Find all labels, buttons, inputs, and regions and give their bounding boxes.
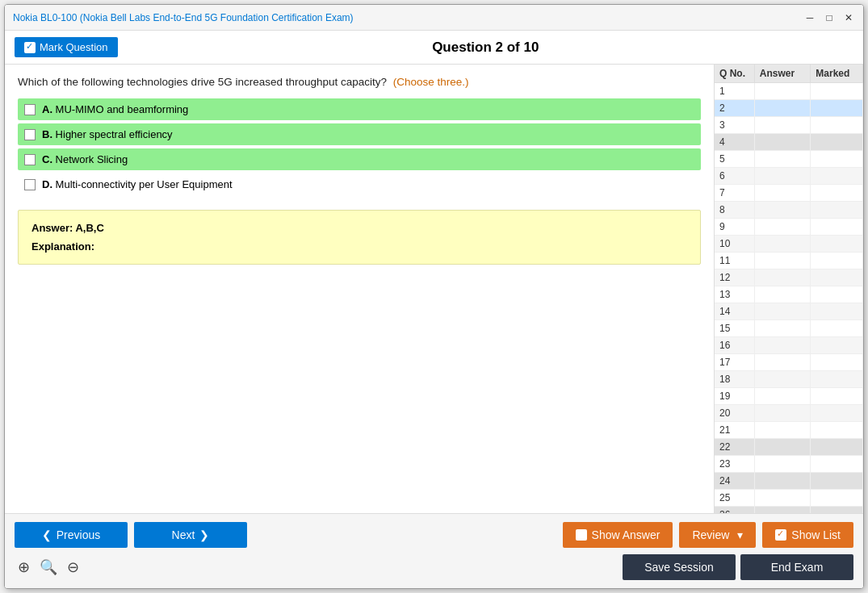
- review-button[interactable]: Review ▾: [679, 522, 756, 548]
- close-button[interactable]: ✕: [842, 11, 855, 24]
- sidebar-cell-answer: [755, 117, 811, 133]
- zoom-normal-button[interactable]: 🔍: [36, 557, 61, 578]
- sidebar-cell-marked: [811, 100, 863, 116]
- show-answer-button[interactable]: Show Answer: [563, 522, 673, 548]
- table-row[interactable]: 6: [715, 168, 863, 185]
- sidebar-cell-qno: 14: [715, 303, 755, 319]
- table-row[interactable]: 18: [715, 371, 863, 388]
- zoom-out-button[interactable]: ⊖: [64, 557, 82, 578]
- sidebar-cell-marked: [811, 83, 863, 99]
- table-row[interactable]: 17: [715, 354, 863, 371]
- sidebar-cell-qno: 22: [715, 439, 755, 455]
- table-row[interactable]: 15: [715, 320, 863, 337]
- sidebar-cell-qno: 24: [715, 473, 755, 489]
- sidebar-cell-marked: [811, 219, 863, 235]
- question-text: Which of the following technologies driv…: [18, 74, 701, 90]
- col-answer-header: Answer: [755, 65, 811, 82]
- table-row[interactable]: 10: [715, 236, 863, 253]
- sidebar-cell-answer: [755, 337, 811, 353]
- show-answer-icon: [576, 529, 587, 541]
- explanation-text: Explanation:: [31, 240, 687, 253]
- option-b-text: B. Higher spectral efficiency: [42, 128, 173, 140]
- table-row[interactable]: 7: [715, 185, 863, 202]
- table-row[interactable]: 20: [715, 405, 863, 422]
- minimize-button[interactable]: ─: [803, 11, 816, 24]
- sidebar-cell-answer: [755, 168, 811, 184]
- option-d-checkbox[interactable]: [24, 179, 36, 190]
- table-row[interactable]: 1: [715, 83, 863, 100]
- sidebar-cell-qno: 2: [715, 100, 755, 116]
- question-title: Question 2 of 10: [118, 40, 853, 56]
- table-row[interactable]: 9: [715, 219, 863, 236]
- table-row[interactable]: 4: [715, 134, 863, 151]
- option-a[interactable]: A. MU-MIMO and beamforming: [18, 98, 701, 120]
- table-row[interactable]: 12: [715, 269, 863, 286]
- table-row[interactable]: 22: [715, 439, 863, 456]
- sidebar-cell-answer: [755, 490, 811, 506]
- sidebar-header: Q No. Answer Marked: [715, 65, 863, 83]
- sidebar-cell-qno: 16: [715, 337, 755, 353]
- sidebar-cell-marked: [811, 507, 863, 513]
- table-row[interactable]: 11: [715, 253, 863, 269]
- sidebar-cell-qno: 23: [715, 456, 755, 472]
- option-d[interactable]: D. Multi-connectivity per User Equipment: [18, 173, 701, 195]
- table-row[interactable]: 8: [715, 202, 863, 219]
- sidebar-cell-answer: [755, 388, 811, 404]
- mark-question-button[interactable]: Mark Question: [15, 37, 118, 57]
- options-list: A. MU-MIMO and beamforming B. Higher spe…: [18, 98, 701, 195]
- end-exam-button[interactable]: End Exam: [740, 554, 853, 580]
- table-row[interactable]: 23: [715, 456, 863, 473]
- sidebar-cell-marked: [811, 117, 863, 133]
- option-c[interactable]: C. Network Slicing: [18, 148, 701, 170]
- table-row[interactable]: 24: [715, 473, 863, 490]
- table-row[interactable]: 21: [715, 422, 863, 439]
- option-c-checkbox[interactable]: [24, 154, 36, 165]
- sidebar-cell-answer: [755, 202, 811, 218]
- answer-text: Answer: A,B,C: [31, 222, 687, 234]
- option-b[interactable]: B. Higher spectral efficiency: [18, 123, 701, 145]
- sidebar-cell-answer: [755, 320, 811, 336]
- sidebar-cell-marked: [811, 202, 863, 218]
- toolbar: Mark Question Question 2 of 10: [5, 31, 863, 65]
- sidebar-cell-marked: [811, 185, 863, 201]
- sidebar-cell-answer: [755, 253, 811, 269]
- sidebar-cell-qno: 1: [715, 83, 755, 99]
- sidebar-cell-marked: [811, 303, 863, 319]
- table-row[interactable]: 14: [715, 303, 863, 320]
- option-b-checkbox[interactable]: [24, 129, 36, 140]
- sidebar-cell-marked: [811, 354, 863, 370]
- save-session-label: Save Session: [644, 561, 714, 574]
- sidebar-cell-qno: 6: [715, 168, 755, 184]
- table-row[interactable]: 3: [715, 117, 863, 134]
- previous-label: Previous: [57, 528, 100, 541]
- option-a-checkbox[interactable]: [24, 104, 36, 115]
- maximize-button[interactable]: □: [823, 11, 836, 24]
- sidebar-cell-marked: [811, 236, 863, 252]
- sidebar-cell-marked: [811, 134, 863, 150]
- table-row[interactable]: 2: [715, 100, 863, 117]
- next-button[interactable]: Next: [134, 522, 247, 548]
- nav-row1: Previous Next Show Answer Review ▾ S: [15, 522, 853, 548]
- zoom-in-button[interactable]: ⊕: [15, 557, 33, 578]
- sidebar-cell-marked: [811, 371, 863, 387]
- table-row[interactable]: 25: [715, 490, 863, 507]
- zoom-controls: ⊕ 🔍 ⊖: [15, 557, 82, 578]
- table-row[interactable]: 5: [715, 151, 863, 168]
- sidebar-cell-qno: 15: [715, 320, 755, 336]
- table-row[interactable]: 13: [715, 286, 863, 303]
- sidebar-cell-qno: 10: [715, 236, 755, 252]
- sidebar-cell-marked: [811, 405, 863, 421]
- previous-button[interactable]: Previous: [15, 522, 128, 548]
- prev-chevron-icon: [42, 528, 52, 541]
- sidebar-cell-marked: [811, 388, 863, 404]
- next-label: Next: [172, 528, 195, 541]
- sidebar-cell-marked: [811, 456, 863, 472]
- save-session-button[interactable]: Save Session: [623, 554, 736, 580]
- table-row[interactable]: 19: [715, 388, 863, 405]
- sidebar-cell-qno: 11: [715, 253, 755, 269]
- title-bar: Nokia BL0-100 (Nokia Bell Labs End-to-En…: [5, 5, 863, 31]
- table-row[interactable]: 26: [715, 507, 863, 513]
- table-row[interactable]: 16: [715, 337, 863, 354]
- show-list-button[interactable]: Show List: [762, 522, 853, 548]
- sidebar-cell-qno: 5: [715, 151, 755, 167]
